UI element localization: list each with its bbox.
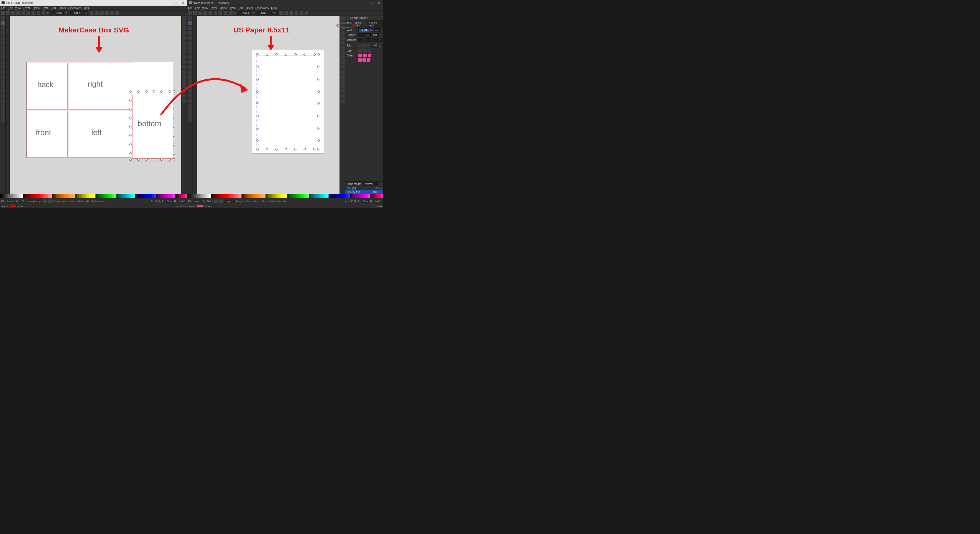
swatch[interactable] — [252, 194, 255, 198]
status-id[interactable]: #svgGroup — [28, 199, 41, 203]
swatch[interactable] — [35, 194, 37, 198]
snap-icon[interactable] — [182, 75, 186, 79]
swatch[interactable] — [38, 194, 40, 198]
color-palette[interactable] — [187, 194, 383, 198]
x-field[interactable]: 35.660 — [238, 11, 251, 15]
dashes-offset[interactable]: 0.00 — [372, 33, 379, 37]
toolctl-icon[interactable] — [208, 11, 212, 15]
swatch[interactable] — [222, 194, 224, 198]
chevron-down-icon[interactable]: ▾ — [380, 29, 382, 32]
swatch[interactable] — [102, 194, 104, 198]
swatch[interactable] — [73, 194, 75, 198]
swatch[interactable] — [213, 194, 215, 198]
snap-icon[interactable] — [340, 99, 345, 103]
swatch[interactable] — [145, 194, 148, 198]
swatch[interactable] — [23, 194, 25, 198]
swatch[interactable] — [75, 194, 77, 198]
menu-extensions[interactable]: Extensions — [68, 6, 81, 10]
swatch[interactable] — [118, 194, 121, 198]
swatch[interactable] — [27, 194, 29, 198]
snap-icon[interactable] — [340, 55, 345, 59]
measure-tool-icon[interactable] — [1, 118, 5, 122]
swatch[interactable] — [272, 194, 274, 198]
swatch[interactable] — [133, 194, 135, 198]
swatch[interactable] — [166, 194, 168, 198]
snap-icon[interactable] — [340, 75, 345, 79]
swatch[interactable] — [220, 194, 222, 198]
swatch[interactable] — [352, 194, 355, 198]
titlebar[interactable]: *New document 2 - Inkscape ─ ☐ ✕ — [187, 0, 383, 6]
swatch[interactable] — [209, 194, 211, 198]
swatch[interactable] — [344, 194, 346, 198]
swatch[interactable] — [224, 194, 226, 198]
menu-edit[interactable]: Edit — [8, 6, 13, 10]
spray-tool-icon[interactable] — [188, 94, 192, 98]
swatch[interactable] — [170, 194, 173, 198]
swatch[interactable] — [164, 194, 166, 198]
swatch[interactable] — [44, 194, 46, 198]
snap-icon[interactable] — [182, 21, 186, 25]
swatch[interactable] — [196, 194, 198, 198]
swatch[interactable] — [198, 194, 200, 198]
swatch[interactable] — [52, 194, 54, 198]
snap-icon[interactable] — [340, 65, 345, 69]
y-field[interactable]: 8.077 — [256, 11, 269, 15]
swatch[interactable] — [185, 194, 187, 198]
snap-icon[interactable] — [340, 89, 345, 93]
status-fill[interactable]: Unset — [6, 199, 15, 203]
menu-path[interactable]: Path — [43, 6, 48, 10]
snap-icon[interactable] — [340, 45, 345, 49]
swatch[interactable] — [139, 194, 141, 198]
canvas[interactable]: back right front left bottom [[473,296],… — [10, 16, 181, 194]
swatch[interactable] — [329, 194, 331, 198]
swatch[interactable] — [33, 194, 35, 198]
tweak-tool-icon[interactable] — [1, 89, 5, 93]
snap-icon[interactable] — [182, 16, 186, 21]
swatch[interactable] — [370, 194, 372, 198]
swatch[interactable] — [40, 194, 41, 198]
swatch[interactable] — [294, 194, 296, 198]
swatch[interactable] — [318, 194, 320, 198]
tweak-tool-icon[interactable] — [188, 89, 192, 93]
swatch[interactable] — [41, 194, 44, 198]
blend-select[interactable]: Normal — [364, 182, 378, 186]
snap-icon[interactable] — [340, 41, 345, 45]
swatch[interactable] — [160, 194, 162, 198]
swatch[interactable] — [276, 194, 278, 198]
swatch[interactable] — [243, 194, 246, 198]
swatch[interactable] — [17, 194, 19, 198]
toolctl-icon[interactable] — [300, 11, 303, 15]
mesh-tool-icon[interactable] — [188, 75, 192, 79]
toolctl-icon[interactable] — [224, 11, 228, 15]
swatch[interactable] — [242, 194, 244, 198]
toolctl-icon[interactable] — [214, 11, 217, 15]
order-icon[interactable] — [358, 58, 362, 62]
swatch[interactable] — [81, 194, 83, 198]
swatch[interactable] — [94, 194, 95, 198]
swatch[interactable] — [173, 194, 175, 198]
swatch[interactable] — [98, 194, 100, 198]
menu-file[interactable]: File — [1, 6, 5, 10]
swatch[interactable] — [187, 194, 189, 198]
swatch[interactable] — [250, 194, 253, 198]
swatch[interactable] — [280, 194, 283, 198]
swatch[interactable] — [104, 194, 106, 198]
swatch[interactable] — [143, 194, 145, 198]
zoom-tool-icon[interactable] — [1, 113, 5, 118]
swatch[interactable] — [69, 194, 71, 198]
swatch[interactable] — [261, 194, 263, 198]
swatch[interactable] — [337, 194, 339, 198]
swatch[interactable] — [85, 194, 87, 198]
snap-icon[interactable] — [182, 65, 186, 69]
swatch[interactable] — [283, 194, 285, 198]
snap-icon[interactable] — [182, 41, 186, 45]
status-o[interactable]: 100 — [21, 200, 24, 202]
lpe-tool-icon[interactable] — [188, 108, 192, 113]
order-icon[interactable] — [368, 54, 371, 57]
3dbox-tool-icon[interactable] — [1, 41, 5, 45]
swatch[interactable] — [156, 194, 158, 198]
swatch[interactable] — [191, 194, 194, 198]
menu-file[interactable]: File — [188, 6, 192, 10]
node-tool-icon[interactable] — [1, 21, 5, 25]
layer-visible-icon[interactable] — [48, 199, 52, 203]
